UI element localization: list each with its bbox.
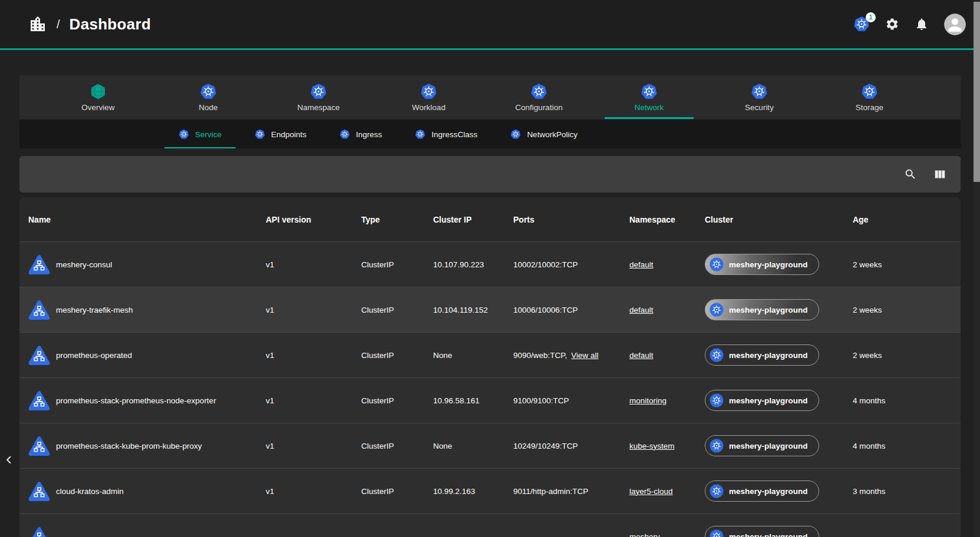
namespace-link[interactable]: kube-system <box>629 442 675 450</box>
tab-workload[interactable]: Workload <box>374 75 484 119</box>
tab-node[interactable]: Node <box>153 75 263 119</box>
api-version-value: v1 <box>266 423 361 468</box>
kubernetes-icon <box>710 303 724 317</box>
kubernetes-icon <box>530 83 547 100</box>
service-name: prometheus-stack-prometheus-node-exporte… <box>56 396 216 405</box>
kubernetes-icon <box>310 83 327 100</box>
view-columns-icon[interactable] <box>933 168 946 181</box>
ports-value: 9100/9100:TCP <box>513 396 569 405</box>
kubernetes-icon <box>710 484 724 498</box>
kubernetes-icon <box>255 129 265 140</box>
cluster-chip[interactable]: meshery-playground <box>705 299 819 320</box>
api-version-value: v1 <box>266 469 361 513</box>
subtab-service[interactable]: Service <box>162 120 238 148</box>
kubernetes-icon <box>510 129 521 140</box>
column-header-type[interactable]: Type <box>361 197 433 241</box>
kubernetes-icon <box>420 83 437 100</box>
table-row[interactable]: meshery-traefik-mesh v1 ClusterIP 10.104… <box>19 287 961 332</box>
age-value: 2 weeks <box>853 242 961 287</box>
table-row[interactable]: prometheus-operated v1 ClusterIP None 90… <box>19 332 961 377</box>
age-value: 2 weeks <box>853 333 961 377</box>
search-icon[interactable] <box>904 168 917 181</box>
cluster-chip[interactable]: meshery-playground <box>705 435 819 456</box>
subtab-networkpolicy[interactable]: NetworkPolicy <box>494 120 594 148</box>
kubernetes-icon <box>710 393 724 407</box>
notifications-bell-icon[interactable] <box>915 17 929 31</box>
cluster-name: meshery-playground <box>729 306 808 314</box>
cluster-name: meshery-playground <box>729 442 808 450</box>
tab-overview[interactable]: Overview <box>43 75 153 119</box>
column-header-cluster-ip[interactable]: Cluster IP <box>433 197 513 241</box>
meshery-logo-icon <box>90 83 107 100</box>
context-count-badge: 1 <box>866 12 876 22</box>
cluster-chip[interactable]: meshery-playground <box>705 390 819 411</box>
tab-label: Workload <box>412 103 446 112</box>
kubernetes-icon <box>751 83 768 100</box>
column-header-ports[interactable]: Ports <box>513 197 629 241</box>
cluster-chip[interactable]: meshery-playground <box>705 344 819 366</box>
tab-network[interactable]: Network <box>594 75 704 119</box>
table-row[interactable]: meshery meshery-playground <box>19 513 961 537</box>
age-value: 2 weeks <box>853 287 961 332</box>
api-version-value: v1 <box>266 378 361 423</box>
table-row[interactable]: prometheus-stack-kube-prom-kube-proxy v1… <box>19 423 961 468</box>
cluster-ip-value: 10.96.58.161 <box>433 378 513 423</box>
column-header-namespace[interactable]: Namespace <box>629 197 705 241</box>
ports-value: 10249/10249:TCP <box>513 442 578 450</box>
appbar-actions: 1 <box>853 14 966 35</box>
scrollbar-thumb[interactable] <box>974 2 980 182</box>
service-icon <box>28 526 50 537</box>
service-name: prometheus-stack-kube-prom-kube-proxy <box>56 442 202 450</box>
service-icon <box>28 345 50 366</box>
subtab-endpoints[interactable]: Endpoints <box>238 120 323 148</box>
age-value: 4 months <box>853 423 961 468</box>
cluster-ip-value: 10.104.119.152 <box>433 287 513 332</box>
resource-tabs: Overview Node Namespace Workload Configu… <box>19 75 961 119</box>
subtab-label: Endpoints <box>271 130 306 139</box>
column-header-age[interactable]: Age <box>853 197 961 241</box>
page-title: Dashboard <box>70 15 151 34</box>
ports-value: 10006/10006:TCP <box>513 306 578 314</box>
user-avatar[interactable] <box>944 14 966 35</box>
tab-label: Namespace <box>297 103 339 112</box>
subtab-ingress[interactable]: Ingress <box>323 120 398 148</box>
page-scrollbar[interactable] <box>974 0 980 537</box>
tab-storage[interactable]: Storage <box>814 75 925 119</box>
api-version-value: v1 <box>266 242 361 287</box>
table-row[interactable]: cloud-kratos-admin v1 ClusterIP 10.99.2.… <box>19 468 961 513</box>
kubernetes-icon <box>200 83 217 100</box>
cluster-chip[interactable]: meshery-playground <box>705 526 819 537</box>
table-row[interactable]: meshery-consul v1 ClusterIP 10.107.90.22… <box>19 241 961 287</box>
tab-namespace[interactable]: Namespace <box>263 75 374 119</box>
settings-gear-icon[interactable] <box>885 17 899 31</box>
subtab-label: Service <box>195 130 222 139</box>
column-header-cluster[interactable]: Cluster <box>705 197 853 241</box>
collapse-panel-chevron-icon[interactable] <box>1 452 17 468</box>
view-all-link[interactable]: View all <box>571 351 598 360</box>
tab-security[interactable]: Security <box>704 75 814 119</box>
ports-value: 9011/http-admin:TCP <box>513 487 588 496</box>
table-row[interactable]: prometheus-stack-prometheus-node-exporte… <box>19 377 961 423</box>
namespace-link[interactable]: default <box>629 306 654 314</box>
api-version-value <box>266 514 361 537</box>
kubernetes-context-button[interactable]: 1 <box>853 16 870 32</box>
column-header-name[interactable]: Name <box>28 197 266 241</box>
organization-city-icon[interactable] <box>28 15 47 34</box>
column-header-api-version[interactable]: API version <box>266 197 361 241</box>
cluster-name: meshery-playground <box>729 351 808 360</box>
cluster-chip[interactable]: meshery-playground <box>705 254 819 275</box>
table-header-row: Name API version Type Cluster IP Ports N… <box>19 197 961 241</box>
tab-label: Network <box>635 103 664 112</box>
subtab-ingressclass[interactable]: IngressClass <box>398 120 494 148</box>
age-value <box>853 514 961 537</box>
ports-value: 10002/10002:TCP <box>513 260 578 269</box>
tab-configuration[interactable]: Configuration <box>484 75 594 119</box>
namespace-link[interactable]: meshery <box>629 532 660 537</box>
namespace-link[interactable]: default <box>629 351 654 360</box>
subtab-label: Ingress <box>356 130 382 139</box>
namespace-link[interactable]: monitoring <box>629 396 666 405</box>
cluster-chip[interactable]: meshery-playground <box>705 480 819 502</box>
namespace-link[interactable]: default <box>629 260 654 269</box>
service-name: prometheus-operated <box>56 351 132 360</box>
namespace-link[interactable]: layer5-cloud <box>629 487 673 496</box>
